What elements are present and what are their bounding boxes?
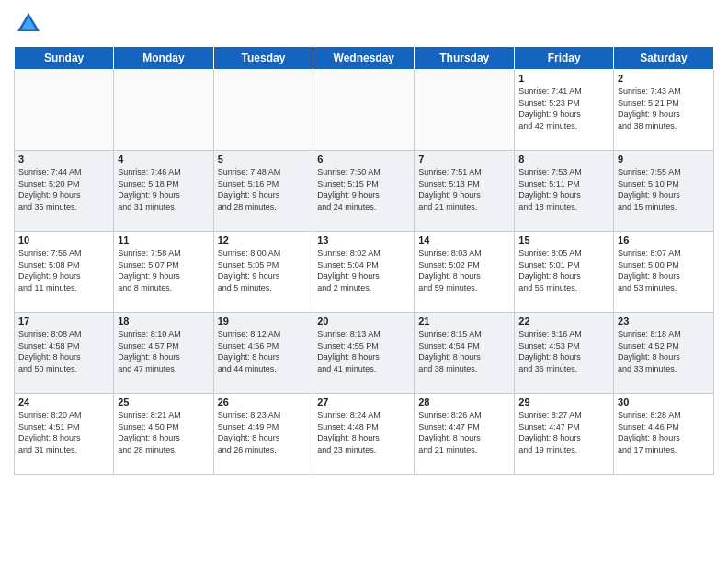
day-number: 11 <box>118 235 209 246</box>
calendar-cell: 26Sunrise: 8:23 AMSunset: 4:49 PMDayligh… <box>213 394 313 475</box>
day-number: 28 <box>418 396 510 408</box>
day-info: Sunrise: 8:23 AMSunset: 4:49 PMDaylight:… <box>218 409 310 455</box>
calendar-cell: 20Sunrise: 8:13 AMSunset: 4:55 PMDayligh… <box>313 313 415 394</box>
day-info: Sunrise: 7:44 AMSunset: 5:20 PMDaylight:… <box>18 167 109 213</box>
calendar-cell: 1Sunrise: 7:41 AMSunset: 5:23 PMDaylight… <box>515 70 614 151</box>
calendar-cell <box>213 70 313 151</box>
weekday-header: Friday <box>515 47 614 70</box>
day-info: Sunrise: 7:43 AMSunset: 5:21 PMDaylight:… <box>618 86 710 132</box>
day-number: 19 <box>218 316 310 327</box>
calendar-cell <box>415 70 515 151</box>
day-info: Sunrise: 7:53 AMSunset: 5:11 PMDaylight:… <box>518 167 609 213</box>
weekday-header: Thursday <box>415 47 515 70</box>
day-info: Sunrise: 8:27 AMSunset: 4:47 PMDaylight:… <box>518 409 609 455</box>
calendar-cell: 2Sunrise: 7:43 AMSunset: 5:21 PMDaylight… <box>614 70 714 151</box>
calendar-cell <box>15 70 114 151</box>
day-number: 4 <box>118 154 209 165</box>
day-number: 15 <box>518 235 609 246</box>
day-info: Sunrise: 7:51 AMSunset: 5:13 PMDaylight:… <box>418 167 510 213</box>
day-info: Sunrise: 8:05 AMSunset: 5:01 PMDaylight:… <box>518 247 609 293</box>
calendar-cell: 3Sunrise: 7:44 AMSunset: 5:20 PMDaylight… <box>15 151 114 232</box>
calendar-cell: 14Sunrise: 8:03 AMSunset: 5:02 PMDayligh… <box>415 232 515 313</box>
calendar-cell: 22Sunrise: 8:16 AMSunset: 4:53 PMDayligh… <box>515 313 614 394</box>
calendar-cell: 18Sunrise: 8:10 AMSunset: 4:57 PMDayligh… <box>114 313 213 394</box>
day-number: 16 <box>618 235 710 246</box>
calendar-cell: 24Sunrise: 8:20 AMSunset: 4:51 PMDayligh… <box>15 394 114 475</box>
calendar-cell: 16Sunrise: 8:07 AMSunset: 5:00 PMDayligh… <box>614 232 714 313</box>
day-number: 14 <box>418 235 510 246</box>
day-number: 3 <box>18 154 109 165</box>
calendar-cell: 4Sunrise: 7:46 AMSunset: 5:18 PMDaylight… <box>114 151 213 232</box>
day-number: 29 <box>518 396 609 408</box>
day-info: Sunrise: 7:58 AMSunset: 5:07 PMDaylight:… <box>118 247 209 293</box>
calendar-cell: 25Sunrise: 8:21 AMSunset: 4:50 PMDayligh… <box>114 394 213 475</box>
calendar-cell: 7Sunrise: 7:51 AMSunset: 5:13 PMDaylight… <box>415 151 515 232</box>
day-info: Sunrise: 7:46 AMSunset: 5:18 PMDaylight:… <box>118 167 209 213</box>
day-number: 2 <box>618 73 710 84</box>
calendar-cell: 13Sunrise: 8:02 AMSunset: 5:04 PMDayligh… <box>313 232 415 313</box>
calendar-cell <box>114 70 213 151</box>
day-number: 5 <box>218 154 310 165</box>
page: SundayMondayTuesdayWednesdayThursdayFrid… <box>0 0 728 563</box>
weekday-header: Monday <box>114 47 213 70</box>
day-number: 23 <box>618 316 710 327</box>
day-info: Sunrise: 8:03 AMSunset: 5:02 PMDaylight:… <box>418 247 510 293</box>
calendar-table: SundayMondayTuesdayWednesdayThursdayFrid… <box>14 46 714 475</box>
day-number: 7 <box>418 154 510 165</box>
day-info: Sunrise: 8:16 AMSunset: 4:53 PMDaylight:… <box>518 328 609 374</box>
day-number: 21 <box>418 316 510 327</box>
calendar-cell: 5Sunrise: 7:48 AMSunset: 5:16 PMDaylight… <box>213 151 313 232</box>
calendar-cell: 27Sunrise: 8:24 AMSunset: 4:48 PMDayligh… <box>313 394 415 475</box>
calendar-cell: 11Sunrise: 7:58 AMSunset: 5:07 PMDayligh… <box>114 232 213 313</box>
header <box>14 9 714 39</box>
day-number: 26 <box>218 396 310 408</box>
day-info: Sunrise: 8:08 AMSunset: 4:58 PMDaylight:… <box>18 328 109 374</box>
day-number: 20 <box>317 316 410 327</box>
day-info: Sunrise: 7:55 AMSunset: 5:10 PMDaylight:… <box>618 167 710 213</box>
day-info: Sunrise: 8:18 AMSunset: 4:52 PMDaylight:… <box>618 328 710 374</box>
day-info: Sunrise: 8:10 AMSunset: 4:57 PMDaylight:… <box>118 328 209 374</box>
day-number: 13 <box>317 235 410 246</box>
day-info: Sunrise: 8:15 AMSunset: 4:54 PMDaylight:… <box>418 328 510 374</box>
weekday-header-row: SundayMondayTuesdayWednesdayThursdayFrid… <box>15 47 714 70</box>
weekday-header: Sunday <box>15 47 114 70</box>
day-number: 25 <box>118 396 209 408</box>
calendar-cell: 21Sunrise: 8:15 AMSunset: 4:54 PMDayligh… <box>415 313 515 394</box>
calendar-cell: 30Sunrise: 8:28 AMSunset: 4:46 PMDayligh… <box>614 394 714 475</box>
calendar-cell: 12Sunrise: 8:00 AMSunset: 5:05 PMDayligh… <box>213 232 313 313</box>
calendar-cell: 17Sunrise: 8:08 AMSunset: 4:58 PMDayligh… <box>15 313 114 394</box>
calendar-cell <box>313 70 415 151</box>
weekday-header: Tuesday <box>213 47 313 70</box>
day-number: 27 <box>317 396 410 408</box>
calendar-cell: 10Sunrise: 7:56 AMSunset: 5:08 PMDayligh… <box>15 232 114 313</box>
day-number: 24 <box>18 396 109 408</box>
day-number: 8 <box>518 154 609 165</box>
day-info: Sunrise: 7:56 AMSunset: 5:08 PMDaylight:… <box>18 247 109 293</box>
calendar-cell: 29Sunrise: 8:27 AMSunset: 4:47 PMDayligh… <box>515 394 614 475</box>
day-number: 17 <box>18 316 109 327</box>
day-info: Sunrise: 8:00 AMSunset: 5:05 PMDaylight:… <box>218 247 310 293</box>
day-info: Sunrise: 8:02 AMSunset: 5:04 PMDaylight:… <box>317 247 410 293</box>
calendar-week-row: 17Sunrise: 8:08 AMSunset: 4:58 PMDayligh… <box>15 313 714 394</box>
calendar-week-row: 3Sunrise: 7:44 AMSunset: 5:20 PMDaylight… <box>15 151 714 232</box>
day-number: 1 <box>518 73 609 84</box>
calendar-cell: 9Sunrise: 7:55 AMSunset: 5:10 PMDaylight… <box>614 151 714 232</box>
day-info: Sunrise: 8:21 AMSunset: 4:50 PMDaylight:… <box>118 409 209 455</box>
day-info: Sunrise: 8:07 AMSunset: 5:00 PMDaylight:… <box>618 247 710 293</box>
day-info: Sunrise: 8:24 AMSunset: 4:48 PMDaylight:… <box>317 409 410 455</box>
day-info: Sunrise: 7:50 AMSunset: 5:15 PMDaylight:… <box>317 167 410 213</box>
calendar-cell: 8Sunrise: 7:53 AMSunset: 5:11 PMDaylight… <box>515 151 614 232</box>
calendar-week-row: 1Sunrise: 7:41 AMSunset: 5:23 PMDaylight… <box>15 70 714 151</box>
calendar-cell: 15Sunrise: 8:05 AMSunset: 5:01 PMDayligh… <box>515 232 614 313</box>
calendar-cell: 23Sunrise: 8:18 AMSunset: 4:52 PMDayligh… <box>614 313 714 394</box>
day-info: Sunrise: 8:13 AMSunset: 4:55 PMDaylight:… <box>317 328 410 374</box>
calendar-cell: 28Sunrise: 8:26 AMSunset: 4:47 PMDayligh… <box>415 394 515 475</box>
day-info: Sunrise: 7:48 AMSunset: 5:16 PMDaylight:… <box>218 167 310 213</box>
day-number: 18 <box>118 316 209 327</box>
day-number: 22 <box>518 316 609 327</box>
day-number: 6 <box>317 154 410 165</box>
day-info: Sunrise: 8:26 AMSunset: 4:47 PMDaylight:… <box>418 409 510 455</box>
day-info: Sunrise: 8:20 AMSunset: 4:51 PMDaylight:… <box>18 409 109 455</box>
day-info: Sunrise: 8:12 AMSunset: 4:56 PMDaylight:… <box>218 328 310 374</box>
logo <box>14 9 47 39</box>
